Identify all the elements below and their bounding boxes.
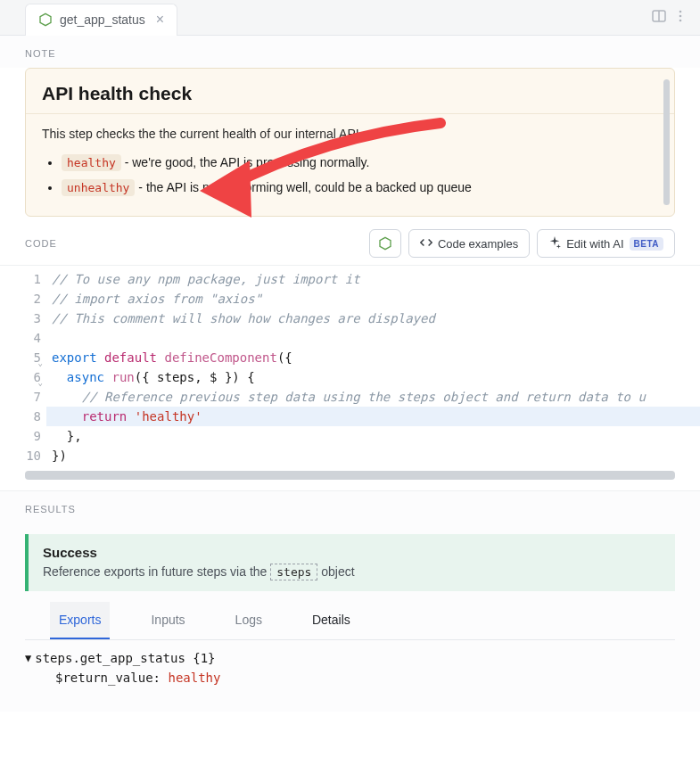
line-gutter: 1 2 3 4 5⌄ 6⌄ 7 8 9 10	[0, 269, 46, 465]
svg-point-3	[679, 10, 682, 12]
nodejs-icon	[38, 12, 53, 27]
tab-bar: get_app_status ×	[0, 0, 700, 36]
tab-exports[interactable]: Exports	[50, 602, 110, 639]
code-examples-button[interactable]: Code examples	[408, 229, 530, 258]
close-icon[interactable]: ×	[156, 12, 164, 28]
nodejs-button[interactable]	[369, 229, 401, 258]
tab-get-app-status[interactable]: get_app_status ×	[25, 4, 177, 36]
tab-inputs[interactable]: Inputs	[142, 602, 194, 639]
beta-badge: BETA	[630, 237, 663, 251]
svg-marker-0	[40, 13, 51, 25]
code-header: CODE Code examples Edit with AI BETA	[0, 229, 700, 265]
success-title: Success	[43, 545, 661, 560]
code-section-label: CODE	[25, 238, 57, 249]
tab-actions	[652, 9, 700, 27]
list-item: unhealthy - the API is not performing we…	[62, 175, 658, 200]
code-body[interactable]: // To use any npm package, just import i…	[46, 269, 700, 465]
disclosure-triangle-icon[interactable]: ▼	[25, 652, 31, 664]
success-subtitle: Reference exports in future steps via th…	[43, 564, 661, 580]
horizontal-scrollbar[interactable]	[25, 471, 675, 480]
tab-title: get_app_status	[60, 12, 145, 27]
results-section: RESULTS Success Reference exports in fut…	[0, 490, 700, 712]
list-item: healthy - we're good, the API is process…	[62, 150, 658, 175]
kebab-menu-icon[interactable]	[673, 9, 688, 27]
exports-root[interactable]: ▼steps.get_app_status {1}	[25, 651, 675, 665]
note-panel: API health check This step checks the th…	[25, 68, 675, 217]
svg-marker-7	[380, 237, 391, 249]
code-healthy: healthy	[62, 154, 121, 171]
svg-point-5	[679, 19, 682, 21]
success-banner: Success Reference exports in future step…	[25, 534, 675, 591]
edit-with-ai-button[interactable]: Edit with AI BETA	[537, 229, 675, 258]
steps-chip: steps	[270, 564, 317, 580]
exports-body: ▼steps.get_app_status {1} $return_value:…	[0, 640, 700, 712]
note-title[interactable]: API health check	[26, 69, 674, 114]
split-view-icon[interactable]	[652, 9, 666, 27]
note-description[interactable]: This step checks the the current health …	[26, 114, 674, 144]
code-unhealthy: unhealthy	[62, 179, 135, 196]
sparkle-icon	[548, 236, 561, 251]
tab-details[interactable]: Details	[303, 602, 359, 639]
note-section-label: NOTE	[0, 36, 700, 68]
return-value-row[interactable]: $return_value: healthy	[25, 671, 675, 685]
code-editor[interactable]: 1 2 3 4 5⌄ 6⌄ 7 8 9 10 // To use any npm…	[0, 265, 700, 465]
note-scrollbar[interactable]	[663, 79, 670, 205]
results-section-label: RESULTS	[0, 491, 700, 523]
tab-logs[interactable]: Logs	[226, 602, 271, 639]
svg-point-4	[679, 14, 682, 17]
note-list: healthy - we're good, the API is process…	[26, 144, 674, 203]
code-icon	[420, 236, 432, 251]
result-tabs: Exports Inputs Logs Details	[25, 602, 675, 640]
